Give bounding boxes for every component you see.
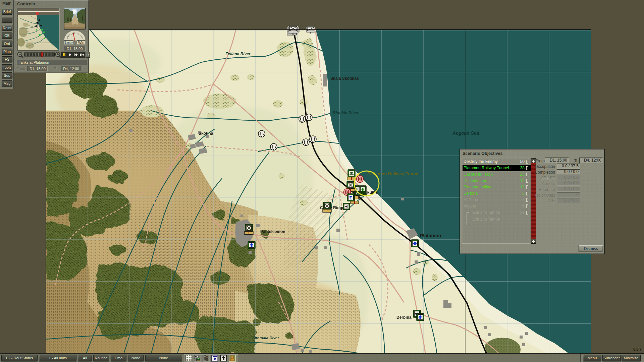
svg-text:Aegean Sea: Aegean Sea [452, 130, 479, 136]
svg-text:Zeliana River: Zeliana River [225, 52, 251, 56]
svg-text:Platamon: Platamon [420, 233, 441, 238]
svg-text:Siramala River: Siramala River [252, 336, 279, 340]
svg-text:Derbina: Derbina [396, 315, 412, 320]
svg-text:Rinukia River: Rinukia River [333, 111, 359, 115]
svg-text:Panteleemon: Panteleemon [260, 229, 285, 234]
svg-text:Skala Skotinas: Skala Skotinas [330, 76, 359, 81]
svg-text:Skotina: Skotina [199, 131, 213, 136]
